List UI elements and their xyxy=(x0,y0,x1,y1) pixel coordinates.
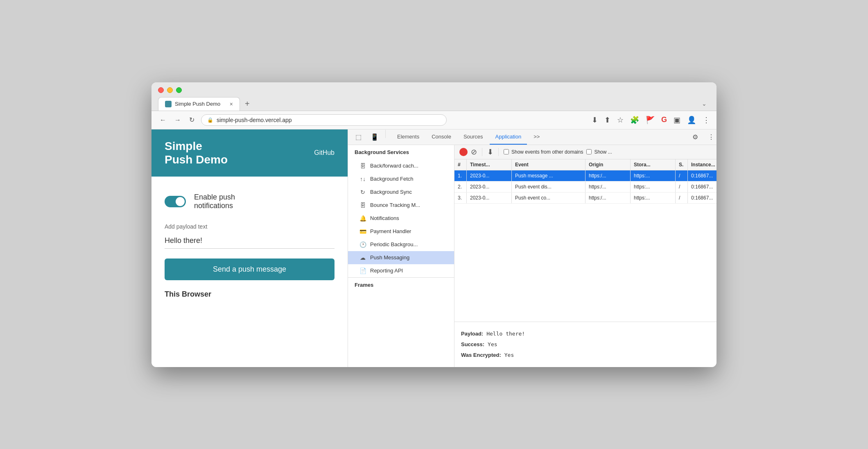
sidebar-item-push-messaging[interactable]: ☁ Push Messaging xyxy=(348,251,454,264)
devtools-body: Background Services 🗄 Back/forward cach.… xyxy=(348,145,717,367)
row1-event: Push message ... xyxy=(512,170,585,181)
success-detail-value: Yes xyxy=(488,339,497,350)
toggle-label: Enable pushnotifications xyxy=(194,193,235,210)
device-toolbar-icon[interactable]: 📱 xyxy=(366,130,383,144)
row2-origin: https:/... xyxy=(585,181,631,192)
payload-detail-label: Payload: xyxy=(461,329,483,339)
tab-elements[interactable]: Elements xyxy=(391,129,425,145)
address-input[interactable]: 🔒 simple-push-demo.vercel.app xyxy=(201,114,447,126)
row2-storage: https:... xyxy=(631,181,676,192)
encrypted-detail-label: Was Encrypted: xyxy=(461,350,501,361)
detail-payload-row: Payload: Hello there! xyxy=(461,329,717,339)
this-browser-label: This Browser xyxy=(165,290,335,299)
back-button[interactable]: ← xyxy=(158,115,168,125)
push-messaging-icon: ☁ xyxy=(359,254,366,261)
devtools-panel: ⬚ 📱 Elements Console Sources Application… xyxy=(348,129,717,367)
toggle-knob xyxy=(176,197,185,206)
sidebar-toggle-icon[interactable]: ▣ xyxy=(674,116,680,125)
notifications-icon: 🔔 xyxy=(359,215,366,222)
tab-console[interactable]: Console xyxy=(426,129,457,145)
show-checkbox-label[interactable]: Show ... xyxy=(586,149,612,155)
row2-event: Push event dis... xyxy=(512,181,585,192)
success-detail-label: Success: xyxy=(461,339,484,350)
flag-icon[interactable]: 🚩 xyxy=(646,116,655,125)
show-label: Show ... xyxy=(594,149,612,155)
show-events-checkbox[interactable] xyxy=(504,149,509,154)
site-title: Simple Push Demo xyxy=(165,139,228,167)
new-tab-button[interactable]: + xyxy=(242,98,253,110)
settings-icon[interactable]: ⚙ xyxy=(688,130,702,144)
devtools-sidebar: Background Services 🗄 Back/forward cach.… xyxy=(348,145,454,367)
sidebar-item-periodic-background[interactable]: 🕐 Periodic Backgrou... xyxy=(348,238,454,251)
browser-tab[interactable]: Simple Push Demo × xyxy=(158,97,240,111)
payload-input[interactable] xyxy=(165,233,335,249)
browser-toolbar-icons: ⬇ ⬆ ☆ 🧩 🚩 G ▣ 👤 ⋮ xyxy=(592,116,710,125)
table-row[interactable]: 3. 2023-0... Push event co... https:/...… xyxy=(454,193,717,204)
extension-icon[interactable]: 🧩 xyxy=(630,116,639,125)
sidebar-item-reporting-api[interactable]: 📄 Reporting API xyxy=(348,264,454,277)
table-row[interactable]: 1. 2023-0... Push message ... https:/...… xyxy=(454,170,717,181)
main-content: Simple Push Demo GitHub Enable pushnotif… xyxy=(151,129,717,367)
row2-instance: 0:16867... xyxy=(688,181,717,192)
close-traffic-light[interactable] xyxy=(158,87,164,93)
download-events-button[interactable]: ⬇ xyxy=(487,147,493,156)
tab-close-button[interactable]: × xyxy=(230,101,233,107)
clear-button[interactable]: ⊘ xyxy=(471,147,477,156)
maximize-traffic-light[interactable] xyxy=(176,87,182,93)
url-display: simple-push-demo.vercel.app xyxy=(217,117,292,123)
show-checkbox[interactable] xyxy=(586,149,592,154)
browser-window: Simple Push Demo × + ⌄ ← → ↻ 🔒 simple-pu… xyxy=(151,82,717,367)
tabs-chevron[interactable]: ⌄ xyxy=(702,100,707,107)
download-icon[interactable]: ⬇ xyxy=(592,116,598,125)
row3-origin: https:/... xyxy=(585,193,631,203)
send-push-button[interactable]: Send a push message xyxy=(165,259,335,280)
site-header: Simple Push Demo GitHub xyxy=(151,129,348,177)
background-sync-icon: ↻ xyxy=(359,189,366,195)
google-icon[interactable]: G xyxy=(661,116,667,124)
bounce-tracking-icon: 🗄 xyxy=(359,202,366,209)
push-notifications-toggle[interactable] xyxy=(165,196,186,207)
row3-timestamp: 2023-0... xyxy=(467,193,512,203)
back-forward-icon: 🗄 xyxy=(359,163,366,169)
tab-sources[interactable]: Sources xyxy=(458,129,489,145)
sidebar-item-bounce-tracking[interactable]: 🗄 Bounce Tracking M... xyxy=(348,199,454,212)
refresh-button[interactable]: ↻ xyxy=(188,114,196,125)
minimize-traffic-light[interactable] xyxy=(167,87,173,93)
row2-s: / xyxy=(676,181,688,192)
sidebar-item-background-sync[interactable]: ↻ Background Sync xyxy=(348,186,454,199)
site-body: Enable pushnotifications Add payload tex… xyxy=(151,177,348,315)
periodic-bg-icon: 🕐 xyxy=(359,241,366,248)
tab-application[interactable]: Application xyxy=(490,129,527,145)
record-button[interactable] xyxy=(459,148,468,156)
row1-storage: https:... xyxy=(631,170,676,181)
table-row[interactable]: 2. 2023-0... Push event dis... https:/..… xyxy=(454,181,717,193)
col-event: Event xyxy=(512,159,585,170)
sidebar-item-notifications[interactable]: 🔔 Notifications xyxy=(348,212,454,225)
devtools-tabs: ⬚ 📱 Elements Console Sources Application… xyxy=(348,129,717,145)
account-icon[interactable]: 👤 xyxy=(687,116,696,125)
sidebar-item-background-fetch[interactable]: ↑↓ Background Fetch xyxy=(348,172,454,186)
show-events-label: Show events from other domains xyxy=(511,149,583,155)
inspect-element-icon[interactable]: ⬚ xyxy=(351,130,366,144)
col-timestamp: Timest... xyxy=(467,159,512,170)
events-table: # Timest... Event Origin Stora... S. Ins… xyxy=(454,159,717,322)
show-events-checkbox-label[interactable]: Show events from other domains xyxy=(504,149,583,155)
payload-label: Add payload text xyxy=(165,223,335,230)
col-origin: Origin xyxy=(585,159,631,170)
menu-icon[interactable]: ⋮ xyxy=(703,116,710,125)
toggle-row: Enable pushnotifications xyxy=(165,193,335,210)
website-panel: Simple Push Demo GitHub Enable pushnotif… xyxy=(151,129,348,367)
title-bar: Simple Push Demo × + ⌄ xyxy=(151,82,717,111)
payment-handler-icon: 💳 xyxy=(359,228,366,235)
forward-button[interactable]: → xyxy=(173,115,183,125)
bookmark-icon[interactable]: ☆ xyxy=(617,116,624,125)
col-num: # xyxy=(454,159,467,170)
row2-num: 2. xyxy=(454,181,467,192)
share-icon[interactable]: ⬆ xyxy=(604,116,610,125)
tab-more[interactable]: >> xyxy=(528,129,545,145)
more-options-icon[interactable]: ⋮ xyxy=(704,130,717,144)
sidebar-item-payment-handler[interactable]: 💳 Payment Handler xyxy=(348,225,454,238)
github-link[interactable]: GitHub xyxy=(314,149,335,156)
sidebar-item-back-forward-cache[interactable]: 🗄 Back/forward cach... xyxy=(348,159,454,172)
background-services-header: Background Services xyxy=(348,145,454,159)
